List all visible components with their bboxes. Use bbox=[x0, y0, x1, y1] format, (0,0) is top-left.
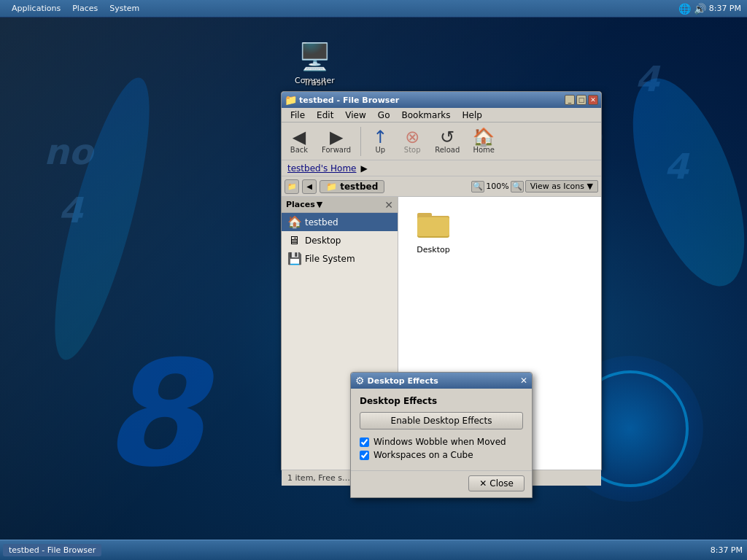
file-browser-titlebar: 📁 testbed - File Browser _ □ ✕ bbox=[282, 92, 601, 108]
close-label: Close bbox=[489, 478, 514, 489]
sidebar-item-filesystem-label: File System bbox=[305, 254, 355, 264]
zoom-in-button[interactable]: 🔍 bbox=[511, 181, 524, 192]
cube-checkbox-row: Workspaces on a Cube bbox=[360, 450, 523, 460]
sidebar-item-testbed[interactable]: 🏠 testbed bbox=[282, 213, 398, 231]
back-icon: ◀ bbox=[293, 128, 306, 146]
network-icon: 🌐 bbox=[678, 3, 691, 15]
view-menu[interactable]: View bbox=[339, 108, 371, 122]
top-panel-right: 🌐 🔊 8:37 PM bbox=[678, 3, 741, 15]
close-button[interactable]: ✕ bbox=[588, 95, 598, 105]
taskbar-filebrowser[interactable]: testbed - File Browser bbox=[3, 544, 101, 556]
dialog-footer: ✕ Close bbox=[351, 470, 532, 497]
cube-label: Workspaces on a Cube bbox=[374, 450, 473, 460]
current-path-button[interactable]: 📁 testbed bbox=[320, 180, 384, 193]
taskbar-item-label: testbed - File Browser bbox=[9, 545, 96, 555]
sidebar-item-desktop[interactable]: 🖥 Desktop bbox=[282, 231, 398, 249]
sidebar-item-filesystem[interactable]: 💾 File System bbox=[282, 249, 398, 268]
path-icon: 📁 bbox=[326, 182, 337, 192]
home-breadcrumb-bar: testbed's Home ▶ bbox=[282, 160, 601, 176]
clock: 8:37 PM bbox=[709, 4, 741, 13]
enable-desktop-effects-button[interactable]: Enable Desktop Effects bbox=[360, 412, 523, 429]
file-browser-toolbar: ◀ Back ▶ Forward ↑ Up ⊗ Stop ↺ Reload 🏠 bbox=[282, 122, 601, 160]
reload-button[interactable]: ↺ Reload bbox=[430, 126, 465, 156]
desktop-sidebar-icon: 🖥 bbox=[287, 233, 301, 247]
home-breadcrumb-link[interactable]: testbed's Home bbox=[287, 163, 356, 174]
dialog-title-icon: ⚙ bbox=[355, 375, 365, 386]
stop-label: Stop bbox=[404, 146, 421, 154]
sidebar-item-desktop-label: Desktop bbox=[305, 236, 341, 246]
zoom-bar: 🔍 100% 🔍 View as Icons ▼ bbox=[471, 180, 598, 192]
places-dropdown-icon: ▼ bbox=[317, 200, 322, 209]
dialog-titlebar: ⚙ Desktop Effects ✕ bbox=[351, 373, 532, 389]
taskbar-time: 8:37 PM bbox=[711, 545, 743, 555]
bookmarks-menu[interactable]: Bookmarks bbox=[395, 108, 456, 122]
zoom-level: 100% bbox=[486, 182, 508, 191]
applications-menu[interactable]: Applications bbox=[6, 4, 66, 13]
location-arrow[interactable]: ◀ bbox=[302, 179, 317, 194]
window-controls: _ □ ✕ bbox=[565, 95, 598, 105]
dialog-section-title: Desktop Effects bbox=[360, 396, 523, 406]
filesystem-icon: 💾 bbox=[287, 252, 301, 265]
up-icon: ↑ bbox=[373, 128, 387, 146]
minimize-button[interactable]: _ bbox=[565, 95, 575, 105]
breadcrumb-arrow: ▶ bbox=[360, 163, 367, 174]
close-icon: ✕ bbox=[479, 478, 487, 489]
file-item-desktop[interactable]: Desktop bbox=[404, 203, 462, 257]
back-button[interactable]: ◀ Back bbox=[285, 126, 314, 156]
testbed-icon: 🏠 bbox=[287, 215, 301, 229]
path-label: testbed bbox=[340, 182, 378, 192]
stop-icon: ⊗ bbox=[405, 128, 419, 146]
file-browser-title-icon: 📁 bbox=[285, 94, 296, 106]
desktop-folder-label: Desktop bbox=[417, 245, 449, 254]
file-browser-menubar: File Edit View Go Bookmarks Help bbox=[282, 108, 601, 122]
top-panel: Applications Places System 🌐 🔊 8:37 PM bbox=[0, 0, 747, 18]
svg-rect-3 bbox=[417, 217, 449, 236]
zoom-out-button[interactable]: 🔍 bbox=[471, 181, 484, 192]
view-as-icons-button[interactable]: View as Icons ▼ bbox=[525, 180, 598, 192]
file-browser-title: testbed - File Browser bbox=[299, 96, 399, 105]
maximize-button[interactable]: □ bbox=[576, 95, 587, 105]
home-button[interactable]: 🏠 Home bbox=[468, 126, 500, 156]
back-label: Back bbox=[290, 146, 308, 154]
location-breadcrumb: 📁 testbed bbox=[320, 180, 384, 193]
wobble-checkbox-row: Windows Wobble when Moved bbox=[360, 437, 523, 447]
system-menu[interactable]: System bbox=[104, 4, 145, 13]
close-dialog-button[interactable]: ✕ Close bbox=[468, 475, 525, 491]
reload-label: Reload bbox=[435, 146, 460, 154]
file-menu[interactable]: File bbox=[285, 108, 311, 122]
wobble-checkbox[interactable] bbox=[360, 438, 369, 447]
location-toggle[interactable]: 📁 bbox=[285, 179, 299, 194]
reload-icon: ↺ bbox=[440, 128, 454, 146]
wobble-label: Windows Wobble when Moved bbox=[374, 437, 506, 447]
stop-button[interactable]: ⊗ Stop bbox=[398, 126, 427, 156]
cube-checkbox[interactable] bbox=[360, 451, 369, 460]
view-dropdown-icon: ▼ bbox=[587, 182, 593, 191]
places-header: Places ▼ ✕ bbox=[282, 197, 398, 213]
up-button[interactable]: ↑ Up bbox=[365, 126, 395, 156]
volume-icon: 🔊 bbox=[694, 3, 706, 15]
home-icon: 🏠 bbox=[473, 128, 495, 146]
taskbar: testbed - File Browser 8:37 PM bbox=[0, 540, 747, 560]
help-menu[interactable]: Help bbox=[457, 108, 488, 122]
edit-menu[interactable]: Edit bbox=[311, 108, 339, 122]
dialog-close-button[interactable]: ✕ bbox=[520, 376, 527, 386]
dialog-body: Desktop Effects Enable Desktop Effects W… bbox=[351, 389, 532, 470]
toggle-icon: 📁 bbox=[287, 182, 296, 190]
trash-label: Trash bbox=[303, 77, 327, 88]
location-bar: 📁 ◀ 📁 testbed 🔍 100% 🔍 View as Icons ▼ bbox=[282, 176, 601, 197]
forward-button[interactable]: ▶ Forward bbox=[317, 126, 356, 156]
go-menu[interactable]: Go bbox=[372, 108, 396, 122]
places-label: Places bbox=[286, 200, 315, 209]
places-close-button[interactable]: ✕ bbox=[384, 199, 393, 211]
desktop-effects-dialog: ⚙ Desktop Effects ✕ Desktop Effects Enab… bbox=[350, 372, 533, 498]
sidebar-item-testbed-label: testbed bbox=[305, 217, 338, 228]
toolbar-separator bbox=[360, 127, 361, 156]
up-label: Up bbox=[375, 146, 385, 154]
forward-icon: ▶ bbox=[330, 128, 343, 146]
places-menu[interactable]: Places bbox=[66, 4, 104, 13]
dialog-title: Desktop Effects bbox=[368, 376, 438, 386]
forward-label: Forward bbox=[322, 146, 351, 154]
desktop: 4 no 4 no 4 8 Applications Places System… bbox=[0, 0, 747, 560]
statusbar-text: 1 item, Free s… bbox=[287, 473, 350, 483]
view-label: View as Icons bbox=[530, 182, 584, 191]
